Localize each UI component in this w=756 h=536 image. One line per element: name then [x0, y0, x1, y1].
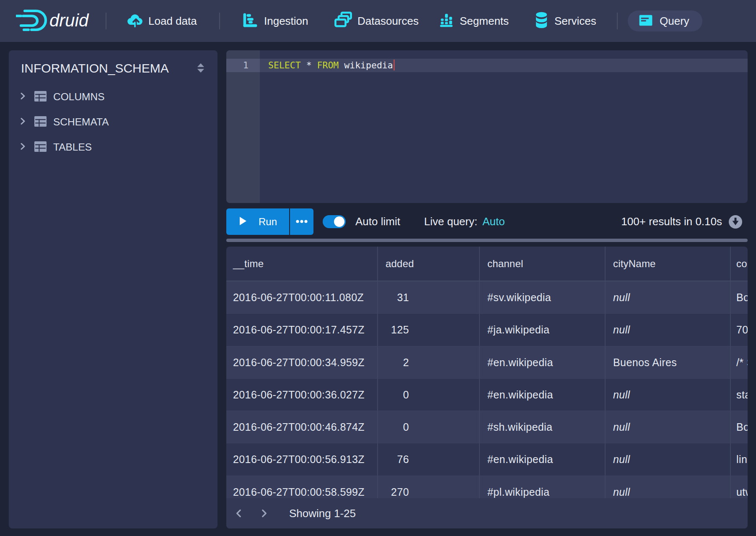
- cell-channel: #sv.wikipedia: [479, 281, 605, 313]
- nav-label-datasources: Datasources: [357, 15, 419, 28]
- cell-cityname: null: [605, 379, 730, 411]
- table-row[interactable]: 2016-06-27T00:00:36.027Z 0 #en.wikipedia…: [226, 379, 748, 411]
- chevron-right-icon[interactable]: [18, 116, 28, 128]
- column-header-time[interactable]: __time: [226, 247, 377, 281]
- cell-added-value: 0: [386, 411, 409, 443]
- cell-time: 2016-06-27T00:00:36.027Z: [226, 379, 377, 411]
- nav-item-ingestion[interactable]: Ingestion: [241, 0, 308, 42]
- auto-limit-toggle[interactable]: [323, 215, 346, 228]
- cell-cityname: Buenos Aires: [605, 346, 730, 378]
- nav-item-datasources[interactable]: Datasources: [334, 0, 419, 42]
- cell-added: 2: [377, 346, 479, 378]
- run-more-button[interactable]: [290, 208, 313, 235]
- cell-time: 2016-06-27T00:00:34.959Z: [226, 346, 377, 378]
- nav-item-services[interactable]: Services: [534, 0, 596, 42]
- live-query-label: Live query:: [424, 215, 477, 228]
- sql-whitespace: [312, 60, 317, 70]
- cell-comment: 70:32: [730, 314, 748, 346]
- table-icon: [34, 140, 47, 155]
- cell-comment: /* Sources */: [730, 346, 748, 378]
- run-button[interactable]: Run: [226, 208, 289, 235]
- result-summary: 100+ results in 0.10s: [621, 208, 722, 235]
- multi-select-icon: [334, 11, 352, 31]
- run-button-label: Run: [259, 216, 277, 228]
- cell-channel: #en.wikipedia: [479, 346, 605, 378]
- showing-label: Showing 1-25: [289, 507, 356, 520]
- next-page-button[interactable]: [255, 504, 273, 523]
- cell-added-value: 31: [386, 281, 409, 313]
- nav-separator: [219, 13, 220, 29]
- sql-table-name: wikipedia: [344, 60, 393, 70]
- table-icon: [34, 90, 47, 104]
- line-number: 1: [226, 59, 249, 72]
- database-icon: [534, 11, 549, 31]
- cell-comment: Botskapande Indonesien omdirigering: [730, 281, 748, 313]
- sql-keyword: FROM: [317, 60, 339, 70]
- cell-added: 31: [377, 281, 479, 313]
- download-icon: [728, 215, 743, 229]
- column-header-cityname[interactable]: cityName: [605, 247, 730, 281]
- tree-item-tables[interactable]: TABLES: [9, 135, 217, 160]
- text-cursor: [394, 60, 395, 70]
- live-query-value[interactable]: Auto: [482, 215, 505, 228]
- more-icon: [295, 219, 308, 225]
- table-row[interactable]: 2016-06-27T00:00:17.457Z 125 #ja.wikiped…: [226, 314, 748, 346]
- cloud-upload-icon: [127, 12, 143, 30]
- cell-added-value: 0: [386, 379, 409, 411]
- panel-resize-handle[interactable]: [226, 239, 748, 242]
- cell-channel: #ja.wikipedia: [479, 314, 605, 346]
- table-row[interactable]: 2016-06-27T00:00:11.080Z 31 #sv.wikipedi…: [226, 281, 748, 314]
- cell-added-value: 76: [386, 443, 409, 475]
- cell-time: 2016-06-27T00:00:56.913Z: [226, 443, 377, 475]
- sql-editor[interactable]: 1 SELECT * FROM wikipedia: [226, 50, 748, 203]
- nav-item-query[interactable]: Query: [628, 10, 702, 31]
- column-header-comment[interactable]: comment: [730, 247, 748, 281]
- auto-limit-label: Auto limit: [355, 208, 400, 235]
- live-query: Live query:Auto: [424, 208, 505, 235]
- chevron-right-icon[interactable]: [18, 141, 28, 153]
- cell-cityname: null: [605, 314, 730, 346]
- gantt-chart-icon: [241, 11, 259, 31]
- application-icon: [639, 13, 653, 29]
- nav-item-segments[interactable]: Segments: [438, 0, 509, 42]
- prev-page-button[interactable]: [230, 504, 248, 523]
- table-icon: [34, 115, 47, 130]
- table-footer: Showing 1-25: [226, 498, 748, 528]
- cell-cityname: null: [605, 443, 730, 475]
- sql-text[interactable]: SELECT * FROM wikipedia: [268, 59, 395, 72]
- table-row[interactable]: 2016-06-27T00:00:34.959Z 2 #en.wikipedia…: [226, 346, 748, 379]
- results-table: __time added channel cityName comment 20…: [226, 247, 748, 508]
- tree-item-columns[interactable]: COLUMNS: [9, 84, 217, 109]
- sql-whitespace: [301, 60, 306, 70]
- nav-label-services: Services: [554, 15, 596, 28]
- play-icon: [238, 216, 248, 227]
- cell-comment: status: [730, 379, 748, 411]
- schema-sidebar: INFORMATION_SCHEMA COLUMNS: [9, 50, 217, 528]
- sql-star: *: [306, 60, 312, 70]
- cell-added-value: 2: [386, 346, 409, 378]
- table-row[interactable]: 2016-06-27T00:00:56.913Z 76 #en.wikipedi…: [226, 443, 748, 476]
- nav-label-query: Query: [660, 15, 689, 28]
- column-header-added[interactable]: added: [377, 247, 479, 281]
- cell-time: 2016-06-27T00:00:46.874Z: [226, 411, 377, 443]
- schema-selector[interactable]: INFORMATION_SCHEMA: [9, 55, 217, 82]
- druid-logo-icon[interactable]: [16, 6, 49, 38]
- download-button[interactable]: [728, 215, 743, 229]
- tree-item-label: COLUMNS: [53, 91, 105, 103]
- cell-added: 0: [377, 411, 479, 443]
- nav-label-load-data: Load data: [148, 15, 197, 28]
- tree-item-label: TABLES: [53, 141, 92, 153]
- column-header-channel[interactable]: channel: [479, 247, 605, 281]
- nav-separator: [617, 13, 618, 29]
- cell-time: 2016-06-27T00:00:17.457Z: [226, 314, 377, 346]
- brand-name[interactable]: druid: [49, 0, 88, 42]
- chevron-right-icon[interactable]: [18, 91, 28, 103]
- nav-item-load-data[interactable]: Load data: [127, 0, 197, 42]
- chevron-left-icon: [233, 508, 244, 519]
- table-row[interactable]: 2016-06-27T00:00:46.874Z 0 #sh.wikipedia…: [226, 411, 748, 443]
- sql-whitespace: [339, 60, 344, 70]
- cell-added: 76: [377, 443, 479, 475]
- tree-item-schemata[interactable]: SCHEMATA: [9, 109, 217, 135]
- stacked-chart-icon: [438, 12, 455, 30]
- cell-channel: #sh.wikipedia: [479, 411, 605, 443]
